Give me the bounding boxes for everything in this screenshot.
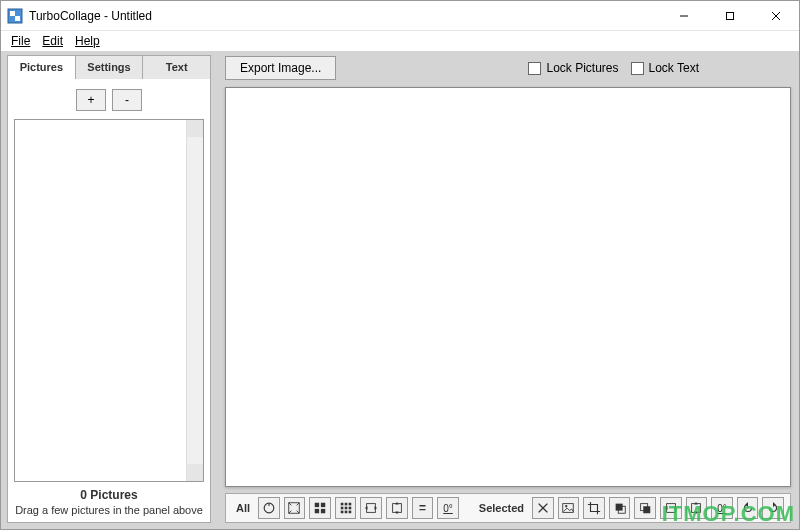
reset-rotation-sel-button[interactable]: 0° (711, 497, 733, 519)
rotate-right-button[interactable] (762, 497, 784, 519)
lock-pictures-label: Lock Pictures (546, 61, 618, 75)
svg-rect-22 (367, 504, 376, 513)
app-icon (7, 8, 23, 24)
expand-h-button[interactable] (360, 497, 382, 519)
svg-rect-19 (340, 511, 343, 514)
fit-all-button[interactable] (284, 497, 306, 519)
delete-button[interactable] (532, 497, 554, 519)
svg-rect-20 (344, 511, 347, 514)
checkbox-icon (528, 62, 541, 75)
svg-rect-14 (344, 503, 347, 506)
svg-rect-10 (321, 503, 325, 507)
grid-small-button[interactable] (335, 497, 357, 519)
scrollbar[interactable] (186, 120, 203, 481)
top-toolbar: Export Image... Lock Pictures Lock Text (225, 55, 791, 81)
svg-rect-31 (643, 506, 650, 513)
label-selected: Selected (475, 502, 528, 514)
lock-text-label: Lock Text (649, 61, 699, 75)
svg-rect-18 (348, 507, 351, 510)
expand-h-sel-button[interactable] (660, 497, 682, 519)
svg-rect-15 (348, 503, 351, 506)
tab-settings[interactable]: Settings (75, 55, 144, 79)
expand-v-sel-button[interactable] (686, 497, 708, 519)
svg-rect-12 (321, 509, 325, 513)
maximize-button[interactable] (707, 1, 753, 31)
svg-rect-28 (615, 504, 622, 511)
lock-pictures-checkbox[interactable]: Lock Pictures (528, 61, 618, 75)
lock-text-checkbox[interactable]: Lock Text (631, 61, 699, 75)
equal-size-button[interactable]: = (412, 497, 434, 519)
send-back-button[interactable] (634, 497, 656, 519)
tab-pictures[interactable]: Pictures (7, 55, 76, 79)
svg-rect-1 (10, 11, 15, 16)
image-button[interactable] (558, 497, 580, 519)
expand-v-button[interactable] (386, 497, 408, 519)
collage-canvas[interactable] (225, 87, 791, 487)
svg-rect-11 (315, 509, 319, 513)
svg-rect-32 (666, 504, 675, 513)
right-panel: Export Image... Lock Pictures Lock Text … (217, 51, 799, 529)
menu-file[interactable]: File (5, 32, 36, 50)
titlebar: TurboCollage - Untitled (1, 1, 799, 31)
svg-rect-16 (340, 507, 343, 510)
window-title: TurboCollage - Untitled (29, 9, 661, 23)
add-picture-button[interactable]: + (76, 89, 106, 111)
checkbox-icon (631, 62, 644, 75)
drop-hint: Drag a few pictures in the panel above (14, 504, 204, 516)
shuffle-button[interactable] (258, 497, 280, 519)
picture-count: 0 Pictures (14, 488, 204, 502)
label-all: All (232, 502, 254, 514)
menu-edit[interactable]: Edit (36, 32, 69, 50)
crop-button[interactable] (583, 497, 605, 519)
minimize-button[interactable] (661, 1, 707, 31)
workarea: Pictures Settings Text + - 0 Pictures Dr… (1, 51, 799, 529)
svg-rect-17 (344, 507, 347, 510)
left-footer: 0 Pictures Drag a few pictures in the pa… (14, 482, 204, 516)
close-button[interactable] (753, 1, 799, 31)
bring-front-button[interactable] (609, 497, 631, 519)
grid-large-button[interactable] (309, 497, 331, 519)
left-panel: Pictures Settings Text + - 0 Pictures Dr… (1, 51, 217, 529)
svg-rect-4 (727, 12, 734, 19)
svg-rect-23 (392, 504, 401, 513)
svg-rect-2 (15, 16, 20, 21)
export-button[interactable]: Export Image... (225, 56, 336, 80)
svg-rect-13 (340, 503, 343, 506)
svg-rect-9 (315, 503, 319, 507)
tab-content-pictures: + - 0 Pictures Drag a few pictures in th… (7, 78, 211, 523)
tabs: Pictures Settings Text (7, 55, 211, 79)
rotate-left-button[interactable] (737, 497, 759, 519)
svg-point-27 (566, 505, 568, 507)
bottom-toolbar: All = 0° Selected (225, 493, 791, 523)
svg-rect-21 (348, 511, 351, 514)
picture-list[interactable] (14, 119, 204, 482)
reset-rotation-all-button[interactable]: 0° (437, 497, 459, 519)
add-remove-row: + - (14, 85, 204, 119)
remove-picture-button[interactable]: - (112, 89, 142, 111)
menu-help[interactable]: Help (69, 32, 106, 50)
tab-text[interactable]: Text (142, 55, 211, 79)
menubar: File Edit Help (1, 31, 799, 51)
svg-rect-33 (692, 504, 701, 513)
